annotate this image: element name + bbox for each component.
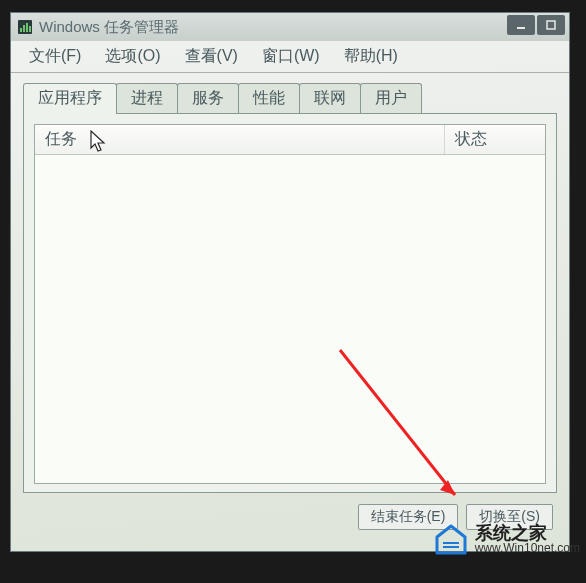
maximize-button[interactable] [537, 15, 565, 35]
tab-performance[interactable]: 性能 [238, 83, 300, 114]
column-status[interactable]: 状态 [445, 125, 545, 154]
tab-strip: 应用程序 进程 服务 性能 联网 用户 [11, 73, 569, 114]
column-task[interactable]: 任务 [35, 125, 445, 154]
svg-rect-6 [547, 21, 555, 29]
task-list[interactable]: 任务 状态 [34, 124, 546, 484]
tab-network[interactable]: 联网 [299, 83, 361, 114]
window-title: Windows 任务管理器 [39, 18, 179, 37]
svg-rect-4 [29, 26, 31, 32]
menu-view[interactable]: 查看(V) [173, 42, 250, 71]
tab-applications[interactable]: 应用程序 [23, 83, 117, 114]
window-controls [507, 15, 565, 35]
app-icon [17, 19, 33, 35]
menu-file[interactable]: 文件(F) [17, 42, 93, 71]
task-manager-window: Windows 任务管理器 文件(F) 选项(O) 查看(V) 窗口(W) 帮助… [10, 12, 570, 552]
menu-windows[interactable]: 窗口(W) [250, 42, 332, 71]
house-icon [433, 523, 469, 555]
watermark: 系统之家 www.Win10net.com [433, 523, 580, 555]
menubar: 文件(F) 选项(O) 查看(V) 窗口(W) 帮助(H) [11, 41, 569, 73]
list-header: 任务 状态 [35, 125, 545, 155]
tab-processes[interactable]: 进程 [116, 83, 178, 114]
minimize-button[interactable] [507, 15, 535, 35]
tab-services[interactable]: 服务 [177, 83, 239, 114]
menu-help[interactable]: 帮助(H) [332, 42, 410, 71]
svg-rect-3 [26, 23, 28, 32]
watermark-title: 系统之家 [475, 524, 580, 542]
content-pane: 任务 状态 [23, 113, 557, 493]
tab-users[interactable]: 用户 [360, 83, 422, 114]
menu-options[interactable]: 选项(O) [93, 42, 172, 71]
svg-rect-1 [20, 28, 22, 32]
watermark-url: www.Win10net.com [475, 542, 580, 554]
svg-rect-2 [23, 25, 25, 32]
titlebar[interactable]: Windows 任务管理器 [11, 13, 569, 41]
